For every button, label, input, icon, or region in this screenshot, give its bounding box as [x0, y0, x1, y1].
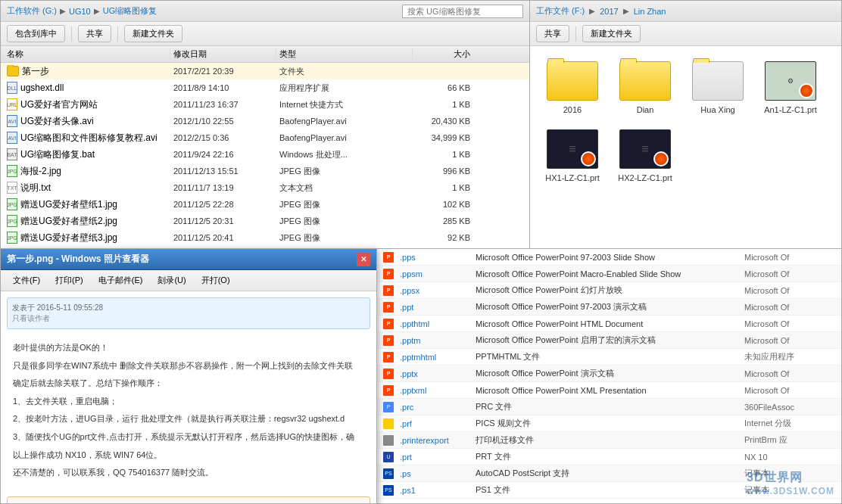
folder-thumb-yellow [619, 61, 671, 101]
file-row[interactable]: DLLugshext.dll 2011/8/9 14:10 应用程序扩展 66 … [1, 79, 529, 96]
file-type: 文本文档 [276, 182, 413, 194]
avi-file-icon: AVI [7, 132, 17, 144]
ft-extension: .ps [400, 469, 476, 478]
folder-icon [7, 66, 19, 76]
file-type-row[interactable]: P .ppsm Microsoft Office PowerPoint Macr… [377, 266, 841, 282]
file-type-row[interactable]: P .ppthtml Microsoft Office PowerPoint H… [377, 316, 841, 332]
path-ug10[interactable]: UG10 [69, 7, 91, 16]
photo-toolbar-item[interactable]: 刻录(U) [151, 273, 192, 288]
ppt-icon: P [383, 252, 394, 263]
file-row[interactable]: URLUG爱好者官方网站 2011/11/23 16:37 Internet 快… [1, 96, 529, 113]
photo-viewer-title: 第一步.png - Windows 照片查看器 [7, 253, 149, 266]
search-input[interactable] [402, 5, 523, 18]
include-library-button[interactable]: 包含到库中 [7, 25, 65, 42]
new-folder-button[interactable]: 新建文件夹 [124, 25, 182, 42]
ft-description: PRT 文件 [476, 451, 744, 462]
folder-thumbnail [691, 58, 745, 104]
right-share-button[interactable]: 共享 [536, 25, 569, 42]
path-workdir[interactable]: 工作软件 (G:) [7, 5, 57, 17]
file-type-row[interactable]: P .pptm Microsoft Office PowerPoint 启用了宏… [377, 332, 841, 349]
folder-thumbnail: ⚙ [763, 58, 818, 104]
file-type: 应用程序扩展 [276, 82, 413, 94]
folder-item[interactable]: ⚙ An1-LZ-C1.prt [760, 58, 821, 114]
post-date: 发表于 2016-5-11 09:55:28 [12, 303, 365, 313]
watermark: 3D世界网 www.3DS1W.COM [747, 470, 834, 496]
path-workfile[interactable]: 工作文件 (F:) [536, 5, 585, 17]
file-row[interactable]: JPG赠送UG爱好者壁纸2.jpg 2011/12/5 20:31 JPEG 图… [1, 213, 529, 229]
file-type-row[interactable]: P .pptmhtml PPTMHTML 文件 未知应用程序 [377, 349, 841, 366]
ft-extension: .pptmhtml [400, 353, 476, 362]
txt-file-icon: TXT [7, 182, 17, 194]
folder-item[interactable]: 2016 [542, 58, 603, 114]
file-size: 20,430 KB [413, 117, 473, 126]
path-2017[interactable]: 2017 [600, 7, 618, 16]
ft-extension: .ppsm [400, 269, 476, 278]
bat-file-icon: BAT [7, 148, 17, 160]
file-row[interactable]: AVIUG缩略图和文件图标修复教程.avi 2012/2/15 0:36 Bao… [1, 129, 529, 146]
folder-item[interactable]: Hua Xing [688, 58, 748, 114]
file-type-row[interactable]: .printerexport 打印机迁移文件 PrintBrm 应 [377, 432, 841, 449]
ft-description: Microsoft Office PowerPoint 演示文稿 [476, 368, 744, 379]
file-type-row[interactable]: U .prt PRT 文件 NX 10 [377, 449, 841, 465]
folder-item[interactable]: ≡ HX2-LZ-C1.prt [615, 126, 675, 182]
file-row[interactable]: JPG海报-2.jpg 2011/12/13 15:51 JPEG 图像 996… [1, 163, 529, 179]
col-header-type[interactable]: 类型 [276, 48, 413, 60]
file-date: 2011/8/9 14:10 [170, 83, 276, 92]
ft-application: 未知应用程序 [744, 351, 835, 362]
photo-toolbar-item[interactable]: 打印(P) [49, 273, 89, 288]
file-row[interactable]: AVIUG爱好者头像.avi 2012/1/10 22:55 BaofengPl… [1, 113, 529, 129]
file-type-row[interactable]: P .pptxml Microsoft Office PowerPoint XM… [377, 382, 841, 399]
prt-thumb-dark: ≡ [619, 129, 671, 169]
file-type-row[interactable]: P .ppt Microsoft Office PowerPoint 97-20… [377, 299, 841, 316]
post-meta: 发表于 2016-5-11 09:55:28 只看该作者 [7, 297, 370, 329]
path-linzhan[interactable]: Lin Zhan [634, 7, 666, 16]
ft-description: Microsoft Office PowerPoint 幻灯片放映 [476, 285, 744, 296]
attachment[interactable]: ZIP RemoveAssociate.zip 37.96 KB，下载次数: 1… [7, 496, 370, 503]
ft-application: Microsoft Of [744, 269, 835, 278]
attachment-name: RemoveAssociate.zip [42, 502, 192, 503]
path-current[interactable]: UG缩略图修复 [103, 5, 157, 17]
file-type-row[interactable]: P .ppsx Microsoft Office PowerPoint 幻灯片放… [377, 282, 841, 299]
file-row[interactable]: 第一步 2017/2/21 20:39 文件夹 [1, 63, 529, 79]
folder-label: HX1-LZ-C1.prt [545, 173, 600, 182]
ft-description: PRC 文件 [476, 401, 744, 412]
photo-toolbar: 文件(F)打印(P)电子邮件(E)刻录(U)开打(O) [1, 270, 376, 291]
photo-toolbar-item[interactable]: 开打(O) [195, 273, 236, 288]
file-row[interactable]: JPG赠送UG爱好者壁纸1.jpg 2011/12/5 22:28 JPEG 图… [1, 196, 529, 213]
file-row[interactable]: JPG赠送UG爱好者壁纸3.jpg 2011/12/5 20:41 JPEG 图… [1, 229, 529, 246]
folder-item[interactable]: Dian [615, 58, 675, 114]
close-button[interactable]: ✕ [357, 253, 370, 266]
file-name: JPG海报-2.jpg [4, 165, 170, 178]
ft-icon: P [383, 369, 397, 379]
file-type-row[interactable]: P .pps Microsoft Office PowerPoint 97-20… [377, 249, 841, 266]
share-button[interactable]: 共享 [78, 25, 111, 42]
photo-toolbar-item[interactable]: 电子邮件(E) [92, 273, 149, 288]
photo-toolbar-item[interactable]: 文件(F) [7, 273, 46, 288]
ft-extension: .prc [400, 403, 476, 412]
right-new-folder-button[interactable]: 新建文件夹 [582, 25, 641, 42]
file-date: 2011/12/5 20:41 [170, 233, 276, 242]
ppt-icon: P [383, 385, 394, 396]
file-date: 2017/2/21 20:39 [170, 67, 276, 76]
jpg-file-icon: JPG [7, 215, 17, 227]
ppt-icon: P [383, 285, 394, 296]
explorer-toolbar: 包含到库中 共享 新建文件夹 [1, 22, 529, 46]
col-header-date[interactable]: 修改日期 [170, 48, 276, 60]
ft-description: AutoCAD PostScript 支持 [476, 468, 744, 479]
col-header-name[interactable]: 名称 [4, 48, 170, 60]
file-size: 1 KB [413, 183, 473, 192]
folder-label: Dian [637, 105, 654, 114]
file-row[interactable]: BATUG缩略图修复.bat 2011/9/24 22:16 Windows 批… [1, 146, 529, 163]
folder-item[interactable]: ≡ HX1-LZ-C1.prt [542, 126, 603, 182]
photo-viewer-titlebar: 第一步.png - Windows 照片查看器 ✕ [1, 249, 376, 270]
file-row[interactable]: TXT说明.txt 2011/11/7 13:19 文本文档 1 KB [1, 179, 529, 196]
file-type-row[interactable]: .prf PICS 规则文件 Internet 分级 [377, 415, 841, 432]
col-header-size[interactable]: 大小 [413, 48, 473, 60]
ft-description: Microsoft Office PowerPoint Macro-Enable… [476, 269, 744, 278]
ft-application: Microsoft Of [744, 253, 835, 262]
file-type: Windows 批处理... [276, 149, 413, 160]
ft-extension: .printerexport [400, 436, 476, 445]
file-date: 2011/12/5 20:31 [170, 216, 276, 226]
file-type-row[interactable]: P .pptx Microsoft Office PowerPoint 演示文稿… [377, 366, 841, 382]
file-type-row[interactable]: P .prc PRC 文件 360FileAssoc [377, 399, 841, 415]
